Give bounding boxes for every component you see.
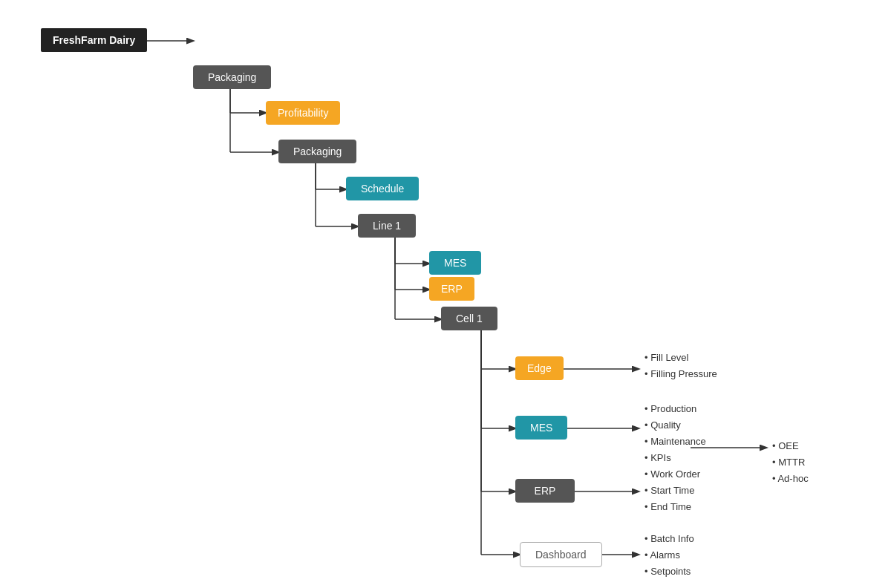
profitability-label: Profitability (278, 107, 328, 119)
mes-bullet-2: Quality (644, 417, 706, 434)
profitability-node: Profitability (266, 101, 340, 125)
packaging2-node: Packaging (278, 140, 356, 163)
kpis-bullet-3: Ad-hoc (772, 471, 809, 487)
line1-label: Line 1 (373, 220, 401, 232)
erp1-label: ERP (441, 283, 463, 295)
mes-bullets: Production Quality Maintenance KPIs (644, 401, 706, 466)
dashboard-bullet-3: Setpoints (644, 564, 694, 580)
mes-bullet-3: Maintenance (644, 434, 706, 450)
dashboard-bullets: Batch Info Alarms Setpoints (644, 531, 694, 580)
mes-bullet-1: Production (644, 401, 706, 417)
mes2-label: MES (530, 422, 552, 434)
edge-node: Edge (515, 356, 564, 380)
edge-bullets: Fill Level Filling Pressure (644, 350, 717, 382)
schedule-node: Schedule (346, 177, 419, 200)
cell1-node: Cell 1 (441, 307, 497, 330)
erp2-node: ERP (515, 479, 575, 503)
line1-node: Line 1 (358, 214, 416, 238)
erp-bullet-3: End Time (644, 499, 700, 515)
erp-bullet-2: Start Time (644, 483, 700, 499)
kpis-bullets: OEE MTTR Ad-hoc (772, 438, 809, 487)
erp2-label: ERP (535, 485, 556, 497)
kpis-bullet-1: OEE (772, 438, 809, 454)
packaging2-label: Packaging (293, 146, 342, 157)
mes1-label: MES (444, 257, 466, 269)
dashboard-label: Dashboard (535, 549, 587, 561)
kpis-bullet-2: MTTR (772, 454, 809, 471)
dashboard-bullet-1: Batch Info (644, 531, 694, 547)
packaging1-label: Packaging (208, 71, 256, 83)
diagram: FreshFarm Dairy Packaging Profitability … (0, 0, 891, 588)
erp-bullet-1: Work Order (644, 466, 700, 483)
erp1-node: ERP (429, 277, 474, 301)
schedule-label: Schedule (361, 183, 404, 195)
edge-label: Edge (527, 362, 552, 374)
edge-bullet-2: Filling Pressure (644, 366, 717, 382)
edge-bullet-1: Fill Level (644, 350, 717, 366)
cell1-label: Cell 1 (456, 313, 483, 324)
packaging1-node: Packaging (193, 65, 271, 89)
mes1-node: MES (429, 251, 481, 275)
freshfarm-node: FreshFarm Dairy (41, 28, 147, 52)
mes-bullet-4: KPIs (644, 450, 706, 466)
dashboard-node: Dashboard (520, 542, 602, 567)
mes2-node: MES (515, 416, 567, 440)
erp-bullets: Work Order Start Time End Time (644, 466, 700, 515)
freshfarm-label: FreshFarm Dairy (53, 34, 135, 46)
dashboard-bullet-2: Alarms (644, 547, 694, 564)
